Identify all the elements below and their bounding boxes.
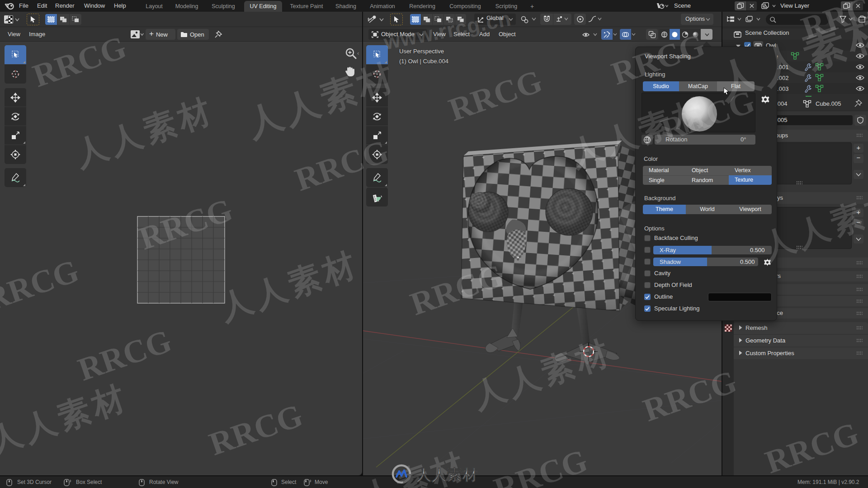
svg-text:人人素材: 人人素材 bbox=[416, 466, 478, 483]
